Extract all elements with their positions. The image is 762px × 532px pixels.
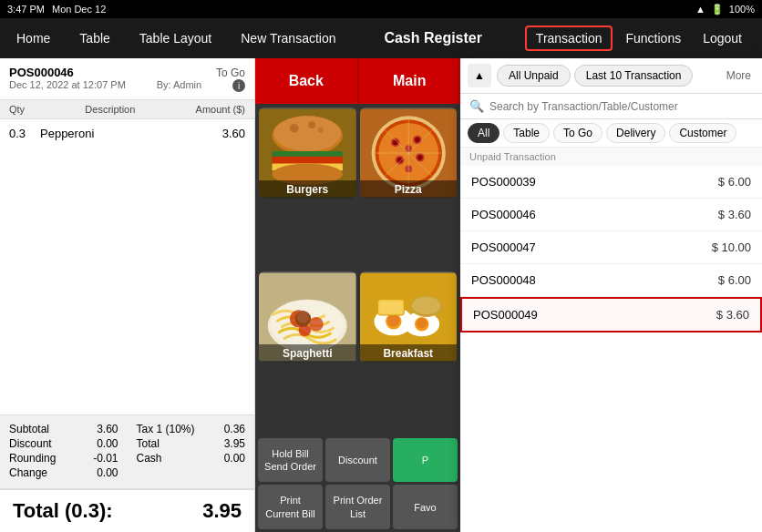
order-items: 0.3 Pepperoni 3.60 <box>0 119 254 414</box>
change-value: 0.00 <box>97 466 118 479</box>
pay-button[interactable]: P <box>393 438 458 483</box>
transaction-drawer: ▲ All Unpaid Last 10 Transaction More 🔍 … <box>460 58 762 532</box>
order-summary: Subtotal 3.60 Discount 0.00 Rounding -0.… <box>0 414 254 488</box>
transaction-list: POS000039 $ 6.00 POS000046 $ 3.60 POS000… <box>460 166 762 532</box>
order-columns: Qty Description Amount ($) <box>0 100 254 119</box>
menu-label-breakfast: Breakfast <box>360 344 458 363</box>
menu-item-spaghetti[interactable]: Spaghetti <box>259 271 356 363</box>
search-input[interactable] <box>489 100 753 113</box>
battery-level: 100% <box>729 4 755 15</box>
order-item: 0.3 Pepperoni 3.60 <box>9 125 245 142</box>
transaction-row[interactable]: POS000048 $ 6.00 <box>460 264 762 297</box>
menu-label-spaghetti: Spaghetti <box>259 344 356 363</box>
filter-tabs: All Table To Go Delivery Customer <box>460 119 762 148</box>
total-label: Total <box>137 437 160 450</box>
svg-rect-44 <box>379 301 402 313</box>
transaction-amount: $ 6.00 <box>718 273 751 287</box>
filter-table[interactable]: Table <box>503 123 550 143</box>
svg-point-9 <box>318 128 324 133</box>
svg-point-22 <box>417 155 422 160</box>
status-bar: 3:47 PM Mon Dec 12 ▲ 🔋 100% <box>0 0 762 18</box>
cash-label: Cash <box>137 452 162 465</box>
cash-value: 0.00 <box>224 452 245 465</box>
transaction-id: POS000049 <box>473 308 538 322</box>
svg-point-42 <box>416 318 427 329</box>
wifi-icon: ▲ <box>695 4 705 15</box>
subtotal-value: 3.60 <box>97 423 118 435</box>
top-buttons: Back Main <box>255 58 460 104</box>
menu-label-pizza: Pizza <box>360 180 458 199</box>
tab-more-button[interactable]: More <box>723 66 755 86</box>
transaction-row[interactable]: POS000047 $ 10.00 <box>460 231 762 264</box>
filter-all[interactable]: All <box>468 123 499 143</box>
total-display: Total (0.3): <box>13 499 113 523</box>
back-button[interactable]: Back <box>255 58 357 104</box>
discount-value: 0.00 <box>97 437 118 450</box>
tax-label: Tax 1 (10%) <box>137 423 195 435</box>
menu-item-pizza[interactable]: Pizza <box>360 107 458 199</box>
nav-functions[interactable]: Functions <box>616 27 690 49</box>
item-qty: 0.3 <box>9 127 36 140</box>
tab-all-unpaid[interactable]: All Unpaid <box>497 65 571 87</box>
item-amount: 3.60 <box>222 127 245 140</box>
nav-table-layout[interactable]: Table Layout <box>134 27 217 49</box>
order-header: POS000046 To Go Dec 12, 2022 at 12:07 PM… <box>0 58 254 100</box>
favourites-button[interactable]: Favo <box>393 485 458 529</box>
menu-item-breakfast[interactable]: Breakfast <box>360 271 458 363</box>
item-description: Pepperoni <box>36 127 222 140</box>
chevron-up-icon: ▲ <box>474 69 485 82</box>
transaction-id: POS000046 <box>471 208 536 221</box>
transaction-amount: $ 3.60 <box>716 308 749 322</box>
svg-point-35 <box>297 311 310 323</box>
transaction-row[interactable]: POS000046 $ 3.60 <box>460 199 762 231</box>
drawer-tab-group: All Unpaid Last 10 Transaction <box>497 65 717 87</box>
transaction-row[interactable]: POS000039 $ 6.00 <box>460 166 762 199</box>
transaction-amount: $ 3.60 <box>718 208 751 221</box>
print-order-list-button[interactable]: Print Order List <box>325 485 390 529</box>
search-box: 🔍 <box>460 94 762 119</box>
nav-logout[interactable]: Logout <box>694 27 751 49</box>
order-by: By: Admin <box>157 79 202 92</box>
drawer-header: ▲ All Unpaid Last 10 Transaction More <box>460 58 762 94</box>
rounding-label: Rounding <box>9 452 56 465</box>
subtotal-label: Subtotal <box>9 423 49 435</box>
search-icon: 🔍 <box>469 99 484 113</box>
main-button[interactable]: Main <box>357 58 461 104</box>
transaction-row-selected[interactable]: POS000049 $ 3.60 <box>460 297 762 332</box>
app-title: Cash Register <box>360 30 507 46</box>
filter-customer[interactable]: Customer <box>669 123 736 143</box>
col-qty: Qty <box>9 104 25 115</box>
col-description: Description <box>85 104 135 115</box>
action-buttons: Hold Bill Send Order Discount P Print Cu… <box>255 435 460 532</box>
rounding-value: -0.01 <box>93 452 118 465</box>
nav-table[interactable]: Table <box>74 27 115 49</box>
menu-label-burgers: Burgers <box>259 180 356 199</box>
svg-point-7 <box>290 124 299 133</box>
nav-home[interactable]: Home <box>11 27 56 49</box>
nav-transaction[interactable]: Transaction <box>525 26 613 51</box>
discount-button[interactable]: Discount <box>325 438 390 483</box>
svg-point-2 <box>273 116 341 151</box>
total-value: 3.95 <box>224 437 245 450</box>
top-nav: Home Table Table Layout New Transaction … <box>0 18 762 58</box>
menu-item-burgers[interactable]: Burgers <box>259 107 356 199</box>
filter-to-go[interactable]: To Go <box>553 123 602 143</box>
info-icon: i <box>232 79 245 92</box>
discount-label: Discount <box>9 437 52 450</box>
total-amount-display: 3.95 <box>202 499 242 523</box>
nav-new-transaction[interactable]: New Transaction <box>235 27 341 49</box>
print-current-bill-button[interactable]: Print Current Bill <box>258 485 323 529</box>
hold-bill-button[interactable]: Hold Bill Send Order <box>258 438 323 483</box>
transaction-amount: $ 10.00 <box>712 240 751 254</box>
tax-value: 0.36 <box>224 423 245 435</box>
filter-delivery[interactable]: Delivery <box>606 123 665 143</box>
col-amount: Amount ($) <box>196 104 245 115</box>
section-label: Unpaid Transaction <box>460 148 762 166</box>
transaction-id: POS000039 <box>471 175 536 189</box>
tab-last-10[interactable]: Last 10 Transaction <box>574 65 694 87</box>
drawer-collapse-button[interactable]: ▲ <box>468 64 491 87</box>
menu-grid: Burgers <box>255 104 460 435</box>
status-date: Mon Dec 12 <box>52 4 106 15</box>
svg-point-32 <box>309 317 323 331</box>
order-type: To Go <box>216 66 245 79</box>
